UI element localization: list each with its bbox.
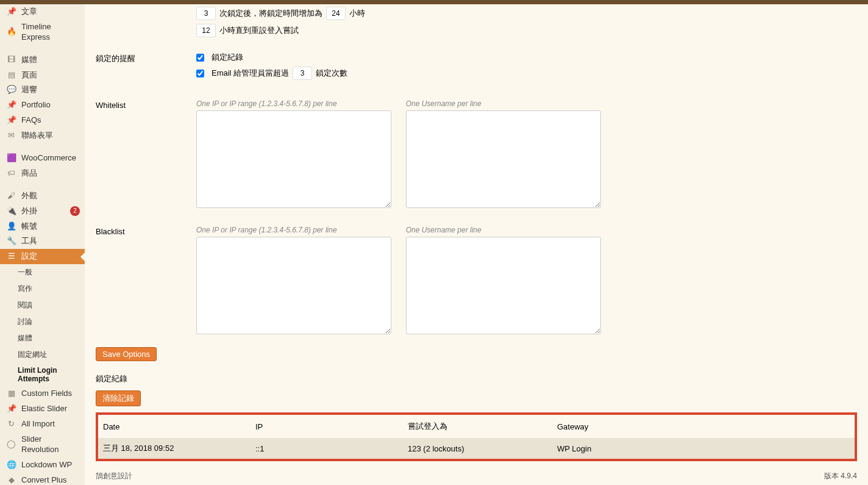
blacklist-ip-textarea[interactable] bbox=[196, 237, 391, 334]
sidebar-item-label: 工具 bbox=[21, 236, 80, 246]
sidebar-item-迴響[interactable]: 💬迴響 bbox=[0, 82, 85, 98]
sidebar-item-帳號[interactable]: 👤帳號 bbox=[0, 219, 85, 234]
sidebar-sub-固定網址[interactable]: 固定網址 bbox=[0, 347, 85, 363]
sidebar-item-label: Elastic Slider bbox=[21, 404, 80, 414]
cycle-icon: ↻ bbox=[6, 419, 16, 429]
email-label-a: Email 給管理員當超過 bbox=[212, 68, 289, 79]
log-checkbox-label: 鎖定紀錄 bbox=[212, 52, 243, 63]
cell-login: 123 (2 lockouts) bbox=[403, 438, 552, 459]
pin-icon: 📌 bbox=[6, 115, 16, 126]
plug-icon: 🔌 bbox=[6, 206, 16, 217]
sidebar-item-label: 文章 bbox=[21, 7, 80, 17]
sidebar-item-label: FAQs bbox=[21, 115, 80, 126]
lockouts-text-a: 次鎖定後，將鎖定時間增加為 bbox=[219, 8, 322, 19]
lock-seq-label bbox=[96, 7, 196, 8]
sidebar-item-woocommerce[interactable]: 🟪WooCommerce bbox=[0, 151, 85, 166]
pin-icon: 📌 bbox=[6, 7, 16, 17]
tag-icon: 🏷 bbox=[6, 168, 16, 179]
sidebar-item-工具[interactable]: 🔧工具 bbox=[0, 234, 85, 249]
pin-icon: 📌 bbox=[6, 100, 16, 110]
log-checkbox[interactable] bbox=[196, 54, 204, 62]
lockouts-hours-input[interactable] bbox=[326, 7, 346, 20]
sidebar-item-商品[interactable]: 🏷商品 bbox=[0, 166, 85, 181]
reset-text: 小時直到重設登入嘗試 bbox=[219, 25, 299, 36]
admin-footer: 鵠創意設計 版本 4.9.4 bbox=[96, 471, 857, 481]
email-threshold-input[interactable] bbox=[293, 66, 312, 80]
blacklist-user-textarea[interactable] bbox=[406, 237, 601, 334]
grid-icon: ▦ bbox=[6, 389, 16, 399]
lockout-log-table: Date IP 嘗試登入為 Gateway 三月 18, 2018 09:52:… bbox=[98, 415, 855, 459]
save-button[interactable]: Save Options bbox=[96, 347, 157, 361]
col-gateway[interactable]: Gateway bbox=[552, 415, 855, 438]
whitelist-ip-textarea[interactable] bbox=[196, 110, 391, 208]
cp-icon: ◆ bbox=[6, 475, 16, 485]
sidebar-sub-討論[interactable]: 討論 bbox=[0, 314, 85, 330]
sidebar-item-label: 媒體 bbox=[21, 55, 80, 65]
sidebar-item-label: Convert Plus bbox=[21, 475, 80, 485]
sidebar-item-label: 帳號 bbox=[21, 221, 80, 232]
whitelist-user-textarea[interactable] bbox=[406, 110, 601, 208]
sidebar-item-portfolio[interactable]: 📌Portfolio bbox=[0, 98, 85, 113]
sidebar-item-媒體[interactable]: 🎞媒體 bbox=[0, 52, 85, 68]
col-login[interactable]: 嘗試登入為 bbox=[403, 415, 552, 438]
sidebar-item-外觀[interactable]: 🖌外觀 bbox=[0, 189, 85, 204]
page-icon: ▤ bbox=[6, 70, 16, 81]
clear-log-button[interactable]: 清除記錄 bbox=[96, 390, 141, 406]
footer-credit[interactable]: 鵠創意設計 bbox=[96, 471, 132, 481]
sidebar-item-文章[interactable]: 📌文章 bbox=[0, 4, 85, 20]
user-icon: 👤 bbox=[6, 221, 16, 232]
whitelist-label: Whitelist bbox=[96, 99, 196, 110]
sidebar-sub-媒體[interactable]: 媒體 bbox=[0, 330, 85, 347]
sidebar-sub-limit-login-attempts[interactable]: Limit Login Attempts bbox=[0, 363, 85, 386]
col-date[interactable]: Date bbox=[98, 415, 251, 438]
whitelist-ip-hint: One IP or IP range (1.2.3.4-5.6.7.8) per… bbox=[196, 99, 391, 108]
sidebar-item-timeline-express[interactable]: 🔥Timeline Express bbox=[0, 20, 85, 45]
sidebar-item-label: Portfolio bbox=[21, 100, 80, 110]
blacklist-user-hint: One Username per line bbox=[406, 226, 601, 234]
sidebar-item-label: 外掛 bbox=[21, 206, 68, 217]
sidebar-item-slider-revolution[interactable]: ◯Slider Revolution bbox=[0, 432, 85, 458]
whitelist-user-hint: One Username per line bbox=[406, 99, 601, 108]
sidebar-sub-一般[interactable]: 一般 bbox=[0, 264, 85, 281]
admin-topbar bbox=[0, 0, 868, 4]
sidebar-item-label: Custom Fields bbox=[21, 389, 80, 399]
sidebar-item-label: 設定 bbox=[21, 251, 80, 262]
email-checkbox[interactable] bbox=[196, 70, 204, 77]
footer-version: 版本 4.9.4 bbox=[824, 471, 857, 481]
brush-icon: 🖌 bbox=[6, 191, 16, 201]
sidebar-item-頁面[interactable]: ▤頁面 bbox=[0, 68, 85, 83]
sidebar-item-elastic-slider[interactable]: 📌Elastic Slider bbox=[0, 401, 85, 417]
sidebar-item-聯絡表單[interactable]: ✉聯絡表單 bbox=[0, 128, 85, 143]
sidebar-item-label: All Import bbox=[21, 419, 80, 429]
table-row: 三月 18, 2018 09:52::1123 (2 lockouts)WP L… bbox=[98, 438, 855, 459]
admin-sidebar: 📌文章🔥Timeline Express🎞媒體▤頁面💬迴響📌Portfolio📌… bbox=[0, 4, 85, 485]
lockouts-hours-label: 小時 bbox=[349, 8, 365, 19]
sidebar-sub-閱讀[interactable]: 閱讀 bbox=[0, 297, 85, 314]
woo-icon: 🟪 bbox=[6, 153, 16, 163]
slider-icon: ☰ bbox=[6, 251, 16, 262]
sidebar-item-lockdown-wp[interactable]: 🌐Lockdown WP bbox=[0, 458, 85, 473]
pin-icon: 📌 bbox=[6, 404, 16, 414]
blacklist-ip-hint: One IP or IP range (1.2.3.4-5.6.7.8) per… bbox=[196, 226, 391, 234]
col-ip[interactable]: IP bbox=[251, 415, 403, 438]
sidebar-item-外掛[interactable]: 🔌外掛2 bbox=[0, 204, 85, 219]
sidebar-item-設定[interactable]: ☰設定 bbox=[0, 249, 85, 264]
blacklist-label: Blacklist bbox=[96, 226, 196, 236]
lockouts-count-input[interactable] bbox=[196, 7, 216, 20]
sidebar-item-faqs[interactable]: 📌FAQs bbox=[0, 113, 85, 128]
sidebar-item-custom-fields[interactable]: ▦Custom Fields bbox=[0, 386, 85, 401]
email-label-b: 鎖定次數 bbox=[316, 68, 347, 79]
sidebar-item-convert-plus[interactable]: ◆Convert Plus bbox=[0, 473, 85, 485]
lockout-log-table-wrap: Date IP 嘗試登入為 Gateway 三月 18, 2018 09:52:… bbox=[96, 412, 857, 461]
sidebar-item-label: Lockdown WP bbox=[21, 460, 80, 470]
reset-hours-input[interactable] bbox=[196, 24, 216, 37]
sidebar-item-label: WooCommerce bbox=[21, 153, 80, 163]
sidebar-sub-寫作[interactable]: 寫作 bbox=[0, 281, 85, 297]
update-badge: 2 bbox=[70, 206, 80, 216]
cell-date: 三月 18, 2018 09:52 bbox=[98, 438, 251, 459]
lock-alert-label: 鎖定的提醒 bbox=[96, 52, 196, 64]
log-heading: 鎖定紀錄 bbox=[96, 373, 857, 384]
sidebar-item-all-import[interactable]: ↻All Import bbox=[0, 417, 85, 432]
cell-ip: ::1 bbox=[251, 438, 403, 459]
sidebar-item-label: Slider Revolution bbox=[21, 434, 80, 455]
